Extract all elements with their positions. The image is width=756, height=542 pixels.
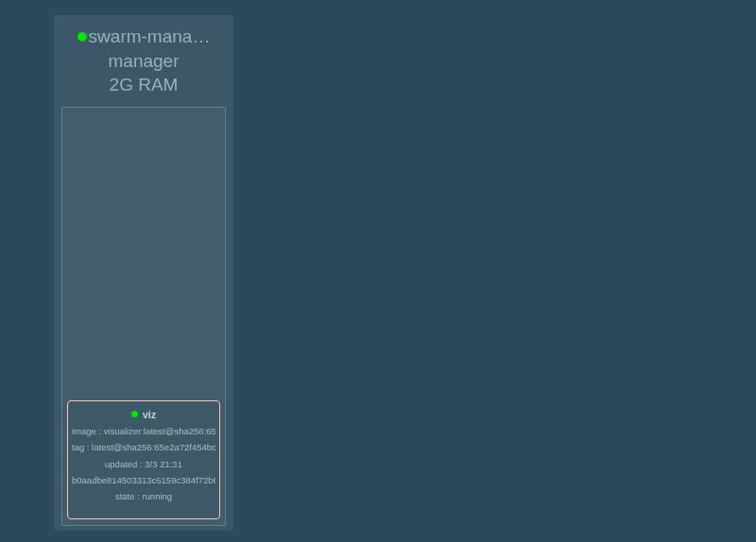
status-dot-icon: [77, 32, 87, 42]
services-panel: viz image : visualizer:latest@sha256:65e…: [61, 107, 226, 526]
status-dot-icon: [131, 411, 138, 417]
service-card[interactable]: viz image : visualizer:latest@sha256:65e…: [67, 400, 220, 519]
service-tag: tag : latest@sha256:65e2a72f454bcc: [72, 443, 215, 452]
service-updated: updated : 3/3 21:31: [72, 460, 215, 469]
node-header: swarm-mana… manager 2G RAM: [61, 23, 226, 105]
service-name: viz: [143, 409, 157, 420]
node-name: swarm-mana…: [89, 26, 211, 46]
node-column: swarm-mana… manager 2G RAM viz image : v…: [54, 15, 233, 531]
service-image: image : visualizer:latest@sha256:65e: [72, 427, 215, 436]
node-ram: 2G RAM: [61, 73, 226, 97]
service-id: b0aadbe814503313c6159c384f72b6: [72, 476, 215, 485]
node-role: manager: [61, 49, 226, 74]
service-state: state : running: [72, 492, 215, 501]
node-title-row: swarm-mana…: [61, 25, 226, 49]
service-title-row: viz: [72, 409, 215, 420]
